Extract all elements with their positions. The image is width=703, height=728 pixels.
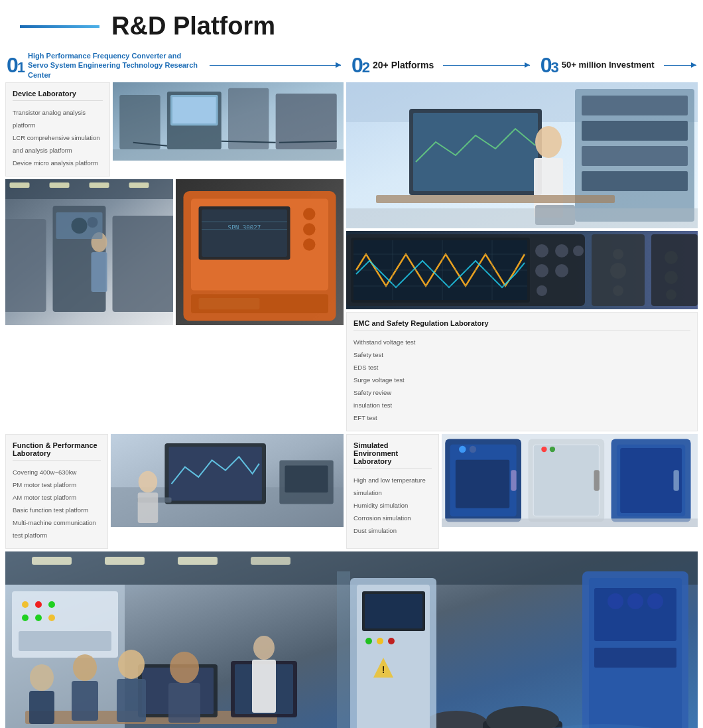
simulated-env-svg <box>442 434 698 527</box>
svg-point-73 <box>665 251 678 264</box>
lab-person-svg <box>346 82 698 228</box>
bottom-team-svg: ! <box>5 551 698 728</box>
svg-rect-13 <box>10 182 30 188</box>
svg-rect-6 <box>172 97 216 123</box>
svg-rect-106 <box>105 557 145 565</box>
svg-point-123 <box>30 664 54 691</box>
simulated-env-image <box>442 434 698 527</box>
svg-rect-42 <box>582 121 688 141</box>
svg-rect-15 <box>90 182 109 188</box>
simulated-item-2: Humidity simulation <box>353 499 432 512</box>
section-text-02: 20+ Platforms <box>373 59 434 71</box>
device-lab-item-1: Transistor analog analysis platform <box>13 106 103 131</box>
section-number-03: 03 <box>541 54 558 76</box>
device-lab-info-panel: Device Laboratory Transistor analog anal… <box>5 82 110 177</box>
bottom-team-image: ! <box>5 551 698 728</box>
svg-rect-17 <box>5 219 46 312</box>
svg-point-67 <box>537 285 547 296</box>
svg-point-139 <box>647 593 663 609</box>
function-item-4: Basic function test platform <box>13 504 101 516</box>
svg-point-90 <box>470 446 476 453</box>
svg-rect-19 <box>113 216 174 312</box>
svg-point-70 <box>613 249 623 259</box>
row1-right: EMC and Safety Regulation Laboratory Wit… <box>346 82 698 431</box>
function-item-1: Covering 400w~630kw <box>13 466 101 478</box>
svg-rect-12 <box>5 179 173 199</box>
svg-rect-88 <box>511 470 516 490</box>
section-text-03: 50+ million Investment <box>562 60 655 71</box>
svg-rect-133 <box>337 571 350 728</box>
svg-point-47 <box>535 126 562 158</box>
emc-item-1: Withstand voltage test <box>353 336 690 348</box>
svg-rect-21 <box>92 252 107 292</box>
svg-point-23 <box>72 218 88 234</box>
section-label-03: 03 50+ million Investment <box>530 54 696 76</box>
emc-item-6: insulation test <box>353 399 690 411</box>
page-header: R&D Platform <box>0 0 703 47</box>
svg-point-66 <box>555 264 568 277</box>
svg-point-97 <box>550 447 555 452</box>
svg-point-125 <box>73 654 97 681</box>
svg-rect-37 <box>199 298 260 309</box>
device-lab-title: Device Laboratory <box>13 90 103 101</box>
svg-rect-29 <box>202 209 287 256</box>
svg-point-63 <box>555 244 568 257</box>
function-lab-title: Function & Performance Laboratory <box>13 441 101 461</box>
svg-rect-82 <box>285 466 328 493</box>
svg-point-24 <box>88 217 98 228</box>
device-lab-item-2: LCR comprehensive simulation and analysi… <box>13 131 103 157</box>
svg-rect-51 <box>346 208 698 228</box>
two-images-row: SPN 30027 <box>5 179 344 431</box>
svg-rect-105 <box>32 557 72 565</box>
lab-person-image <box>346 82 698 228</box>
section-label-01: 01 High Performance Frequency Converter … <box>7 51 341 80</box>
row1-left: Device Laboratory Transistor analog anal… <box>5 82 344 431</box>
svg-rect-151 <box>365 594 422 628</box>
row1: Device Laboratory Transistor analog anal… <box>5 82 698 431</box>
svg-point-127 <box>118 650 145 679</box>
emc-item-5: Safety review <box>353 386 690 399</box>
emc-lab-info-panel: EMC and Safety Regulation Laboratory Wit… <box>346 312 698 431</box>
svg-rect-43 <box>582 146 688 166</box>
svg-rect-128 <box>117 679 146 722</box>
svg-point-111 <box>22 601 29 608</box>
svg-rect-16 <box>129 182 149 188</box>
simulated-item-4: Dust simulation <box>353 524 432 537</box>
factory-svg <box>5 179 173 325</box>
factory-image <box>5 179 173 325</box>
svg-rect-94 <box>534 445 599 516</box>
section-number-02: 02 <box>352 54 369 76</box>
section-text-01: High Performance Frequency Converter and… <box>28 51 200 80</box>
function-item-2: PM motor test platform <box>13 478 101 491</box>
function-item-3: AM motor test platform <box>13 491 101 504</box>
function-lab-image <box>111 434 344 527</box>
svg-point-112 <box>35 601 42 608</box>
svg-point-137 <box>607 593 623 609</box>
svg-rect-1 <box>119 95 160 149</box>
svg-point-74 <box>665 271 678 284</box>
svg-rect-140 <box>594 648 676 668</box>
svg-rect-3 <box>228 88 269 149</box>
function-lab-info-panel: Function & Performance Laboratory Coveri… <box>5 434 108 549</box>
svg-rect-124 <box>29 691 54 724</box>
svg-point-116 <box>48 615 55 621</box>
emc-lab-title: EMC and Safety Regulation Laboratory <box>353 319 690 330</box>
svg-point-71 <box>610 263 626 279</box>
svg-rect-44 <box>582 171 688 191</box>
svg-point-34 <box>303 223 315 235</box>
svg-point-35 <box>303 238 315 250</box>
emc-item-4: Surge voltage test <box>353 374 690 386</box>
svg-point-138 <box>627 593 643 609</box>
svg-rect-101 <box>673 470 678 490</box>
svg-point-89 <box>459 446 466 453</box>
simulated-item-3: Corrosion simulation <box>353 512 432 524</box>
device-lab-item-3: Device micro analysis platform <box>13 157 103 169</box>
svg-point-96 <box>541 447 546 452</box>
svg-point-131 <box>253 636 275 660</box>
svg-rect-102 <box>442 518 698 527</box>
emc-item-2: Safety test <box>353 348 690 361</box>
svg-rect-107 <box>178 557 218 565</box>
svg-point-33 <box>303 208 315 220</box>
svg-rect-41 <box>582 96 688 115</box>
svg-point-129 <box>170 652 199 684</box>
